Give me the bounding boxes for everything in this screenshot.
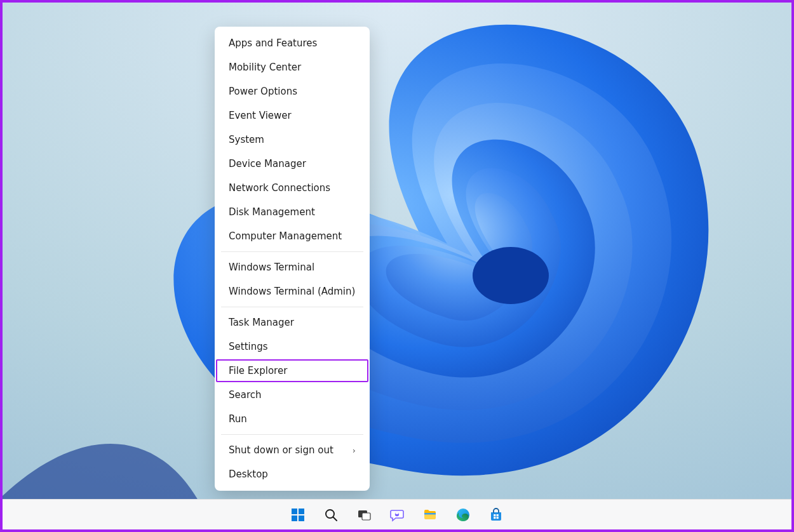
taskbar-store-button[interactable] [482,502,510,528]
menu-item-event-viewer[interactable]: Event Viewer [219,104,366,127]
menu-item-apps-and-features[interactable]: Apps and Features [219,32,366,55]
svg-rect-12 [424,513,436,515]
menu-item-label: File Explorer [229,365,287,376]
menu-item-settings[interactable]: Settings [219,335,366,358]
menu-item-label: Power Options [229,86,297,97]
winx-context-menu: Apps and Features Mobility Center Power … [215,27,370,491]
menu-item-label: Device Manager [229,158,306,170]
desktop-wallpaper [3,3,791,529]
taskbar-chat-button[interactable] [383,502,411,528]
menu-item-system[interactable]: System [219,128,366,151]
menu-item-label: Search [229,389,262,401]
task-view-icon [356,507,372,522]
menu-item-windows-terminal-admin[interactable]: Windows Terminal (Admin) [219,280,366,303]
menu-item-desktop[interactable]: Desktop [219,463,366,486]
svg-rect-15 [497,514,499,516]
svg-rect-2 [292,509,297,514]
menu-item-power-options[interactable]: Power Options [219,80,366,103]
menu-item-file-explorer[interactable]: File Explorer [216,359,368,382]
menu-item-device-manager[interactable]: Device Manager [219,152,366,175]
menu-group-3: Shut down or sign out › Desktop [215,436,370,488]
taskbar-search-button[interactable] [317,502,345,528]
svg-rect-11 [396,512,399,514]
screenshot-frame: Apps and Features Mobility Center Power … [0,0,794,532]
store-icon [488,507,504,522]
menu-item-label: Windows Terminal [229,262,314,273]
svg-rect-3 [299,509,304,514]
menu-group-1: Windows Terminal Windows Terminal (Admin… [215,253,370,305]
menu-item-mobility-center[interactable]: Mobility Center [219,56,366,79]
svg-rect-16 [494,517,495,519]
menu-item-computer-management[interactable]: Computer Management [219,225,366,248]
menu-item-label: Disk Management [229,206,315,218]
taskbar-file-explorer-button[interactable] [416,502,444,528]
menu-item-label: Run [229,413,247,425]
menu-item-shut-down-or-sign-out[interactable]: Shut down or sign out › [219,439,366,462]
menu-item-search[interactable]: Search [219,383,366,406]
svg-rect-14 [494,514,495,516]
menu-item-label: Task Manager [229,317,294,328]
menu-item-label: Computer Management [229,230,342,242]
menu-item-label: Event Viewer [229,110,292,121]
chat-icon [389,507,405,522]
taskbar-edge-button[interactable] [449,502,477,528]
menu-separator [221,434,363,435]
menu-item-label: Shut down or sign out [229,444,333,456]
menu-item-network-connections[interactable]: Network Connections [219,176,366,199]
svg-rect-9 [362,513,370,520]
menu-item-disk-management[interactable]: Disk Management [219,201,366,223]
file-explorer-icon [422,507,438,522]
svg-line-7 [333,517,337,521]
menu-item-task-manager[interactable]: Task Manager [219,311,366,334]
svg-rect-17 [497,517,499,519]
menu-item-label: Mobility Center [229,62,301,73]
menu-item-label: Windows Terminal (Admin) [229,286,355,297]
chevron-right-icon: › [353,446,356,455]
menu-item-label: Desktop [229,469,268,480]
menu-group-2: Task Manager Settings File Explorer Sear… [215,309,370,433]
start-icon [290,507,306,522]
taskbar-task-view-button[interactable] [350,502,378,528]
taskbar-start-button[interactable] [284,502,312,528]
menu-item-run[interactable]: Run [219,408,366,430]
edge-icon [455,507,471,522]
search-icon [323,507,339,522]
menu-item-label: Apps and Features [229,37,317,49]
svg-point-1 [473,247,549,304]
taskbar [3,499,791,529]
svg-rect-4 [292,515,297,521]
menu-item-label: Settings [229,341,268,352]
svg-rect-5 [299,515,304,521]
menu-item-label: Network Connections [229,182,330,194]
menu-separator [221,251,363,252]
menu-item-windows-terminal[interactable]: Windows Terminal [219,256,366,279]
menu-group-0: Apps and Features Mobility Center Power … [215,29,370,250]
menu-item-label: System [229,134,264,145]
menu-separator [221,307,363,307]
